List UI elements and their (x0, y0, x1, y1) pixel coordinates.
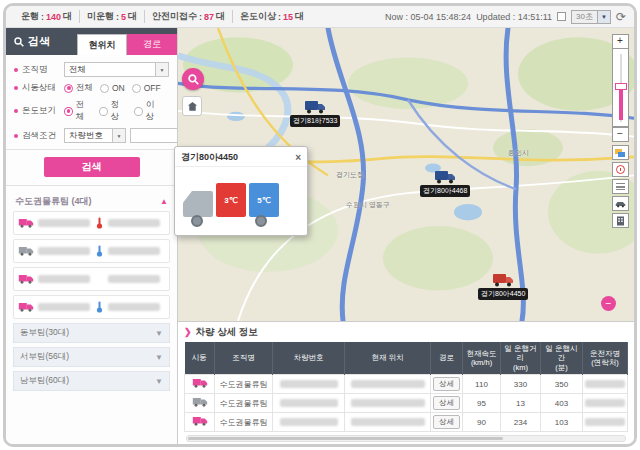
radio-ignition-off[interactable]: OFF (132, 83, 161, 93)
group-header-south[interactable]: 남부팀(60대) ▼ (13, 371, 170, 391)
table-row[interactable]: 수도권물류팀 상세 110 330 350 (185, 375, 628, 394)
table-row[interactable]: 수도권물류팀 상세 90 234 103 (185, 413, 628, 432)
route-detail-button[interactable]: 상세 (433, 396, 460, 410)
history-button[interactable] (612, 162, 629, 177)
radio-temp-normal[interactable]: 정상 (99, 99, 127, 123)
tab-current-position[interactable]: 현위치 (77, 34, 127, 55)
cell-plate (273, 375, 345, 394)
plate-blurred (38, 247, 90, 255)
search-keyword-input[interactable] (130, 128, 178, 143)
route-detail-button[interactable]: 상세 (433, 415, 460, 429)
radio-label: 전체 (76, 82, 93, 94)
condition-select[interactable]: 차량번호 ▼ (64, 128, 126, 143)
top-status-bar: 운행: 140 대 미운행: 5 대 안전미접수: 87 대 온도이상: 15 … (6, 6, 634, 28)
app-window: 운행: 140 대 미운행: 5 대 안전미접수: 87 대 온도이상: 15 … (0, 0, 640, 450)
org-select[interactable]: 전체 ▼ (64, 62, 169, 77)
vehicle-list-item[interactable] (13, 295, 170, 319)
map-home-button[interactable] (182, 96, 202, 116)
cell-location (345, 394, 431, 413)
colon: : (278, 12, 281, 22)
tab-route[interactable]: 경로 (127, 34, 177, 55)
place-label: 수원시 영통구 (346, 200, 390, 210)
radio-temp-abnormal[interactable]: 이상 (134, 99, 162, 123)
cell-speed: 95 (463, 394, 501, 413)
zoom-slider-handle[interactable] (615, 83, 627, 90)
chevron-down-icon: ▼ (597, 11, 610, 23)
table-row[interactable]: 수도권물류팀 상세 95 13 403 (185, 394, 628, 413)
stat-label: 운행 (21, 10, 39, 23)
truck-marker-icon (434, 170, 456, 184)
truck-icon (192, 416, 208, 426)
group-header-metro[interactable]: 수도권물류팀 (4대) ▲ (13, 192, 170, 211)
search-button[interactable]: 검색 (44, 157, 140, 177)
vehicle-list-item[interactable] (13, 267, 170, 291)
bullet-icon (14, 86, 18, 90)
route-detail-button[interactable]: 상세 (433, 377, 460, 391)
layers-button[interactable] (612, 145, 629, 160)
zoom-in-button[interactable]: + (612, 34, 629, 49)
stat-unit: 대 (128, 10, 137, 23)
truck-marker-icon (492, 273, 514, 287)
building-layer-button[interactable] (612, 213, 629, 228)
horizontal-scrollbar[interactable] (186, 435, 626, 442)
popup-header: 경기80아4450 × (175, 147, 307, 167)
radio-ignition-on[interactable]: ON (100, 83, 125, 93)
filter-org: 조직명 전체 ▼ (14, 62, 169, 77)
col-distance: 일 운행거리(km) (501, 342, 541, 375)
radio-ignition-all[interactable]: 전체 (64, 82, 93, 94)
place-label: 경기도청 (336, 170, 364, 180)
filter-label: 온도보기 (22, 105, 64, 117)
col-location: 현재 위치 (345, 342, 431, 375)
now-time: Now : 05-04 15:48:24 (385, 12, 471, 22)
chevron-down-icon: ▼ (155, 329, 163, 338)
map-search-toggle-button[interactable] (182, 68, 204, 90)
sidebar-title: 검색 (14, 34, 50, 49)
group-header-west[interactable]: 서부팀(56대) ▼ (13, 347, 170, 367)
auto-refresh-checkbox[interactable] (557, 12, 566, 21)
cell-route: 상세 (431, 394, 463, 413)
map-canvas[interactable]: 경기도청 수원시 영통구 용인시 + (178, 28, 634, 321)
refresh-interval-select[interactable]: 30초 ▼ (571, 10, 611, 24)
cell-location (345, 413, 431, 432)
chevron-down-icon: ▼ (155, 63, 168, 76)
truck-icon (18, 218, 34, 228)
filter-label: 검색조건 (22, 130, 64, 142)
zoom-out-button[interactable]: − (612, 127, 629, 142)
map-marker-vehicle[interactable]: 경기81하7533 (290, 100, 340, 127)
cell-location (345, 375, 431, 394)
scrollbar-thumb[interactable] (188, 437, 503, 440)
refresh-icon[interactable]: ⟳ (616, 10, 626, 24)
truck-icon (18, 302, 34, 312)
col-ignition: 시동 (185, 342, 215, 375)
group-header-east[interactable]: 동부팀(30대) ▼ (13, 323, 170, 343)
map-marker-vehicle[interactable]: 경기80아4468 (420, 170, 470, 197)
zoom-slider[interactable] (612, 49, 629, 127)
cell-driver (583, 375, 628, 394)
colon: : (199, 12, 202, 22)
location-blurred (108, 303, 160, 311)
search-button-area: 검색 (6, 150, 177, 186)
truck-wheel (191, 215, 203, 227)
vehicle-list-item[interactable] (13, 211, 170, 235)
vehicle-layer-button[interactable] (612, 196, 629, 211)
cell-distance: 234 (501, 413, 541, 432)
stat-label: 안전미접수 (152, 10, 197, 23)
panel-collapse-button[interactable]: − (601, 296, 616, 311)
map-marker-vehicle-alert[interactable]: 경기80아4450 (478, 273, 528, 300)
cell-org: 수도권물류팀 (215, 375, 273, 394)
legend-button[interactable] (612, 179, 629, 194)
popup-truck-graphic: 3℃ 5℃ (183, 171, 299, 229)
driver-blurred (585, 418, 625, 426)
vehicle-temp-popup: 경기80아4450 × 3℃ 5℃ (174, 146, 308, 236)
filter-temp: 온도보기 전체 정상 이상 (14, 99, 169, 123)
plate-blurred (280, 418, 338, 426)
cell-speed: 110 (463, 375, 501, 394)
cell-driver (583, 394, 628, 413)
colon: : (41, 12, 44, 22)
radio-temp-all[interactable]: 전체 (64, 99, 92, 123)
location-blurred (351, 418, 425, 426)
truck-cab-shape (183, 191, 213, 217)
close-icon[interactable]: × (295, 152, 301, 163)
zoom-slider-fill (619, 87, 623, 120)
vehicle-list-item[interactable] (13, 239, 170, 263)
